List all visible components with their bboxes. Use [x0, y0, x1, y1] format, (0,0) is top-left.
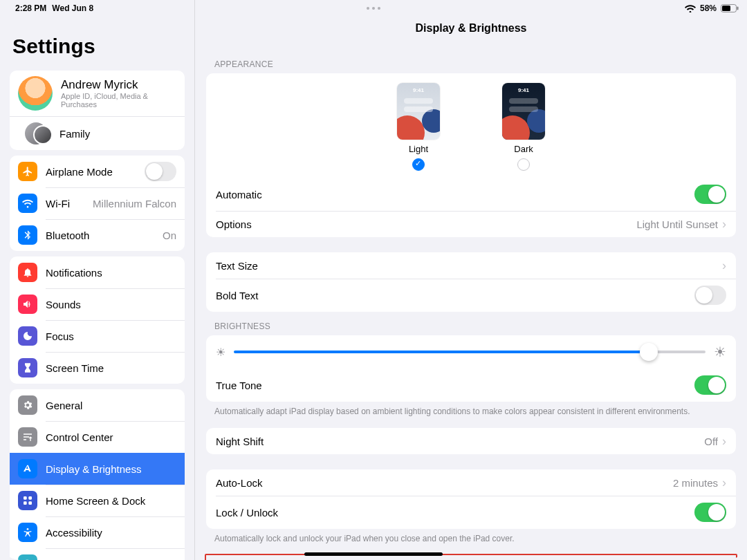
sidebar-item-notifications[interactable]: Notifications	[10, 256, 185, 288]
gear-icon	[18, 395, 37, 415]
airplane-label: Airplane Mode	[46, 166, 145, 178]
screentime-label: Screen Time	[46, 362, 176, 374]
bell-icon	[18, 263, 37, 282]
svg-rect-0	[24, 496, 27, 500]
bluetooth-icon	[18, 225, 37, 245]
sun-low-icon: ☀︎	[216, 346, 225, 359]
sidebar-item-accessibility[interactable]: Accessibility	[10, 516, 185, 548]
speaker-icon	[18, 295, 37, 314]
wifi-value: Millennium Falcon	[93, 198, 176, 209]
airplane-icon	[18, 162, 37, 181]
lock-footer: Automatically lock and unlock your iPad …	[195, 529, 747, 544]
true-tone-row[interactable]: True Tone	[206, 368, 736, 402]
wifi-icon	[18, 194, 37, 213]
sliders-icon	[18, 427, 37, 447]
lock-unlock-label: Lock / Unlock	[216, 507, 694, 519]
automatic-row[interactable]: Automatic	[206, 178, 736, 211]
family-row[interactable]: Family	[10, 116, 185, 150]
display-label: Display & Brightness	[46, 463, 176, 475]
home-label: Home Screen & Dock	[46, 495, 176, 507]
svg-rect-3	[28, 501, 32, 505]
home-indicator[interactable]	[304, 552, 443, 556]
svg-rect-1	[28, 496, 32, 500]
light-label: Light	[409, 144, 428, 154]
bold-text-toggle[interactable]	[694, 286, 726, 305]
battery-percent: 58%	[700, 3, 717, 13]
family-avatar-icon	[25, 122, 47, 144]
auto-lock-row[interactable]: Auto-Lock 2 minutes ›	[206, 469, 736, 496]
true-tone-footer: Automatically adapt iPad display based o…	[195, 402, 747, 417]
general-label: General	[46, 400, 176, 411]
appearance-light-option[interactable]: 9:41 Light	[397, 83, 440, 171]
auto-lock-label: Auto-Lock	[216, 477, 673, 489]
profile-name: Andrew Myrick	[61, 78, 176, 92]
accessibility-label: Accessibility	[46, 527, 176, 539]
display-header: DISPLAY	[206, 555, 736, 560]
text-size-label: Text Size	[216, 260, 722, 272]
display-zoom-highlight: DISPLAY Display Zoom More Space › Choose…	[205, 554, 737, 560]
flower-icon	[18, 554, 37, 560]
apple-id-row[interactable]: Andrew Myrick Apple ID, iCloud, Media & …	[10, 71, 185, 116]
sidebar-item-general[interactable]: General	[10, 389, 185, 421]
hourglass-icon	[18, 358, 37, 377]
light-preview-icon: 9:41	[397, 83, 440, 140]
sidebar-item-bluetooth[interactable]: Bluetooth On	[10, 219, 185, 251]
sidebar-item-sounds[interactable]: Sounds	[10, 288, 185, 320]
battery-icon	[721, 4, 739, 12]
auto-lock-value: 2 minutes	[673, 477, 718, 489]
sidebar-item-display[interactable]: Display & Brightness	[10, 453, 185, 485]
sidebar-item-home-screen[interactable]: Home Screen & Dock	[10, 485, 185, 516]
sidebar-item-wifi[interactable]: Wi-Fi Millennium Falcon	[10, 187, 185, 219]
status-time: 2:28 PM	[15, 3, 46, 13]
brightness-slider-row[interactable]: ☀︎ ☀︎	[206, 335, 736, 368]
appearance-dark-option[interactable]: 9:41 Dark	[502, 83, 545, 171]
sounds-label: Sounds	[46, 299, 176, 310]
sidebar-item-focus[interactable]: Focus	[10, 320, 185, 352]
lock-unlock-row[interactable]: Lock / Unlock	[206, 496, 736, 529]
chevron-right-icon: ›	[722, 476, 726, 489]
options-row[interactable]: Options Light Until Sunset ›	[206, 211, 736, 237]
notifications-label: Notifications	[46, 267, 176, 279]
automatic-toggle[interactable]	[694, 185, 726, 204]
profile-avatar	[18, 76, 53, 111]
night-shift-label: Night Shift	[216, 436, 704, 447]
svg-rect-11	[722, 6, 730, 11]
true-tone-toggle[interactable]	[694, 375, 726, 395]
appearance-header: APPEARANCE	[195, 54, 747, 73]
brightness-slider[interactable]	[234, 351, 706, 353]
brightness-header: BRIGHTNESS	[195, 316, 747, 335]
svg-point-4	[27, 528, 29, 530]
sidebar-item-control-center[interactable]: Control Center	[10, 421, 185, 453]
status-date: Wed Jun 8	[52, 3, 93, 13]
multitask-dots-icon[interactable]	[367, 7, 380, 10]
sidebar-item-wallpaper[interactable]: Wallpaper	[10, 548, 185, 560]
text-size-row[interactable]: Text Size ›	[206, 252, 736, 279]
control-label: Control Center	[46, 431, 176, 443]
night-shift-row[interactable]: Night Shift Off ›	[206, 428, 736, 454]
page-title: Display & Brightness	[195, 15, 747, 50]
grid-icon	[18, 491, 37, 510]
bold-text-row[interactable]: Bold Text	[206, 279, 736, 312]
bluetooth-label: Bluetooth	[46, 230, 163, 241]
preview-time: 9:41	[502, 87, 545, 93]
moon-icon	[18, 326, 37, 346]
bold-text-label: Bold Text	[216, 290, 694, 301]
chevron-right-icon: ›	[722, 259, 726, 272]
dark-preview-icon: 9:41	[502, 83, 545, 140]
night-shift-value: Off	[704, 436, 718, 447]
sidebar-item-airplane[interactable]: Airplane Mode	[10, 156, 185, 187]
lock-unlock-toggle[interactable]	[694, 503, 726, 522]
svg-rect-12	[737, 7, 739, 10]
dark-label: Dark	[514, 144, 533, 154]
sidebar-item-screentime[interactable]: Screen Time	[10, 352, 185, 384]
dark-radio[interactable]	[517, 158, 530, 171]
preview-time: 9:41	[397, 87, 440, 93]
chevron-right-icon: ›	[722, 435, 726, 447]
profile-subtitle: Apple ID, iCloud, Media & Purchases	[61, 92, 176, 109]
wifi-status-icon	[685, 4, 696, 12]
light-radio[interactable]	[412, 158, 425, 171]
svg-rect-2	[24, 501, 27, 505]
chevron-right-icon: ›	[722, 218, 726, 230]
family-label: Family	[59, 128, 90, 140]
airplane-toggle[interactable]	[145, 162, 176, 181]
